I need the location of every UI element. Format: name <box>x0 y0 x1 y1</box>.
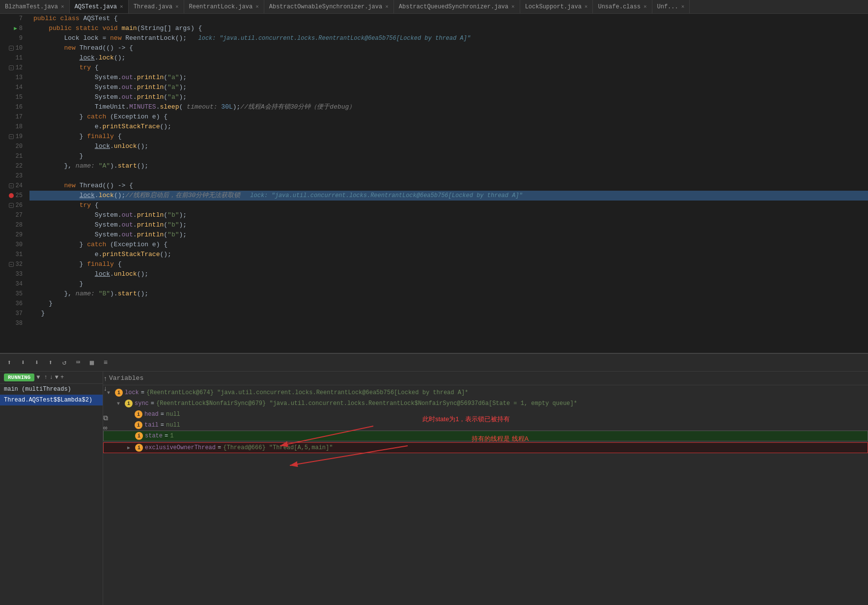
down-arrow-button[interactable]: ↓ <box>50 374 53 381</box>
thread-item-main[interactable]: main (multiThreads) <box>0 384 103 395</box>
gutter-line-31: 31 <box>0 250 26 259</box>
code-line-7: public class AQSTest { <box>29 14 868 24</box>
variables-button[interactable]: ≡ <box>100 357 111 368</box>
close-icon[interactable]: × <box>120 4 123 10</box>
gutter-line-18: 18 <box>0 122 26 132</box>
var-type-icon-sync: i <box>125 400 133 407</box>
code-line-31: e.printStackTrace(); <box>29 250 868 259</box>
thread-item-lambda[interactable]: Thread.AQSTest$$Lambda$2) <box>0 395 103 405</box>
line-gutter: 7 ▶ 8 9 − 10 11 − 12 13 14 15 16 17 18 <box>0 14 29 353</box>
gutter-line-22: 22 <box>0 161 26 171</box>
expand-icon-lock[interactable]: ▼ <box>107 390 115 396</box>
gutter-line-28: 28 <box>0 220 26 230</box>
frames-button[interactable]: ▦ <box>86 357 97 368</box>
var-type-icon-tail: i <box>135 421 142 429</box>
tab-reentrantlock[interactable]: ReentrantLock.java × <box>184 0 264 14</box>
code-line-20: lock.unlock(); <box>29 142 868 151</box>
code-line-27: System.out.println("b"); <box>29 210 868 220</box>
step-over-button[interactable]: ⬇ <box>18 357 28 368</box>
code-line-8: public static void main(String[] args) { <box>29 24 868 33</box>
restore-layout-button[interactable]: ⬆ <box>4 357 15 368</box>
dropdown-arrow-icon[interactable]: ▼ <box>36 374 40 381</box>
gutter-line-13: 13 <box>0 73 26 83</box>
code-line-22: }, name: "A").start(); <box>29 161 868 171</box>
code-line-25: lock.lock();//线程B启动后，在前30分钟无法获取锁lock: "j… <box>29 191 868 201</box>
tab-unsafe[interactable]: Unsafe.class × <box>593 0 652 14</box>
debug-controls: RUNNING ▼ ↑ ↓ ▼ + <box>0 372 103 384</box>
var-row-state: i state = 1 <box>103 431 868 441</box>
running-status[interactable]: RUNNING <box>4 374 34 381</box>
breakpoint-icon[interactable] <box>9 193 14 198</box>
filter-button[interactable]: ▼ <box>55 374 58 381</box>
code-line-18: e.printStackTrace(); <box>29 122 868 132</box>
step-out-button[interactable]: ⬆ <box>45 357 56 368</box>
code-line-9: Lock lock = new ReentrantLock(); lock: "… <box>29 33 868 43</box>
gutter-line-11: 11 <box>0 53 26 63</box>
bottom-content: RUNNING ▼ ↑ ↓ ▼ + main (multiThreads) Th… <box>0 372 868 605</box>
gutter-line-32: − 32 <box>0 259 26 269</box>
gutter-line-25: 25 <box>0 191 26 201</box>
gutter-line-37: 37 <box>0 309 26 318</box>
gutter-line-19: − 19 <box>0 132 26 142</box>
close-icon[interactable]: × <box>511 4 515 10</box>
close-icon[interactable]: × <box>585 4 588 10</box>
gutter-line-8: ▶ 8 <box>0 24 26 33</box>
close-icon[interactable]: × <box>681 4 685 10</box>
gutter-line-20: 20 <box>0 142 26 151</box>
gutter-line-27: 27 <box>0 210 26 220</box>
var-row-exclusiveowner: ▶ i exclusiveOwnerThread = {Thread@666} … <box>103 442 868 453</box>
gutter-line-38: 38 <box>0 318 26 328</box>
evaluate-button[interactable]: ⌨ <box>73 357 84 368</box>
step-into-button[interactable]: ⬇ <box>31 357 42 368</box>
close-icon[interactable]: × <box>175 4 179 10</box>
add-button[interactable]: + <box>60 374 64 381</box>
fold-icon[interactable]: − <box>9 134 14 139</box>
code-line-11: lock.lock(); <box>29 53 868 63</box>
bottom-panel: ⬆ ⬇ ⬇ ⬆ ↺ ⌨ ▦ ≡ RUNNING ▼ ↑ ↓ ▼ + main (… <box>0 353 868 605</box>
close-icon[interactable]: × <box>255 4 259 10</box>
gutter-line-12: − 12 <box>0 63 26 73</box>
tab-thread[interactable]: Thread.java × <box>129 0 184 14</box>
code-line-28: System.out.println("b"); <box>29 220 868 230</box>
tab-abstractownable[interactable]: AbstractOwnableSynchronizer.java × <box>264 0 394 14</box>
fold-icon[interactable]: − <box>9 203 14 208</box>
tab-locksupport[interactable]: LockSupport.java × <box>520 0 593 14</box>
code-line-19: } finally { <box>29 132 868 142</box>
code-line-35: }, name: "B").start(); <box>29 289 868 299</box>
run-to-cursor-button[interactable]: ↺ <box>59 357 70 368</box>
variables-list: ▼ i lock = {ReentrantLock@674} "java.uti… <box>103 385 868 605</box>
tab-unf[interactable]: Unf... × <box>652 0 690 14</box>
tab-aqstest[interactable]: AQSTest.java × <box>70 0 129 14</box>
code-line-12: try { <box>29 63 868 73</box>
fold-icon[interactable]: − <box>9 183 14 188</box>
tab-abstractqueued[interactable]: AbstractQueuedSynchronizer.java × <box>394 0 520 14</box>
fold-icon[interactable]: − <box>9 46 14 51</box>
code-line-36: } <box>29 299 868 309</box>
code-line-14: System.out.println("a"); <box>29 83 868 92</box>
code-line-13: System.out.println("a"); <box>29 73 868 83</box>
tab-blzham[interactable]: BlzhamTest.java × <box>0 0 70 14</box>
code-line-23 <box>29 171 868 181</box>
thread-list: main (multiThreads) Thread.AQSTest$$Lamb… <box>0 384 103 605</box>
expand-icon-exclusive[interactable]: ▶ <box>127 445 135 451</box>
code-container: 7 ▶ 8 9 − 10 11 − 12 13 14 15 16 17 18 <box>0 14 868 353</box>
editor-area: 7 ▶ 8 9 − 10 11 − 12 13 14 15 16 17 18 <box>0 14 868 353</box>
thread-panel: RUNNING ▼ ↑ ↓ ▼ + main (multiThreads) Th… <box>0 372 103 605</box>
code-line-26: try { <box>29 201 868 210</box>
var-row-sync: ▼ i sync = {ReentrantLock$NonfairSync@67… <box>103 398 868 409</box>
var-type-icon-state: i <box>135 432 143 440</box>
expand-icon-sync[interactable]: ▼ <box>117 401 125 406</box>
fold-icon[interactable]: − <box>9 65 14 70</box>
close-icon[interactable]: × <box>385 4 389 10</box>
gutter-line-10: − 10 <box>0 43 26 53</box>
close-icon[interactable]: × <box>644 4 647 10</box>
variables-header: Variables <box>103 372 868 385</box>
fold-icon[interactable]: − <box>9 262 14 267</box>
gutter-line-16: 16 <box>0 102 26 112</box>
gutter-line-26: − 26 <box>0 201 26 210</box>
var-type-icon-lock: i <box>115 389 123 397</box>
up-arrow-button[interactable]: ↑ <box>44 374 47 381</box>
close-icon[interactable]: × <box>61 4 64 10</box>
gutter-line-17: 17 <box>0 112 26 122</box>
arrow-icon: ▶ <box>14 24 17 33</box>
